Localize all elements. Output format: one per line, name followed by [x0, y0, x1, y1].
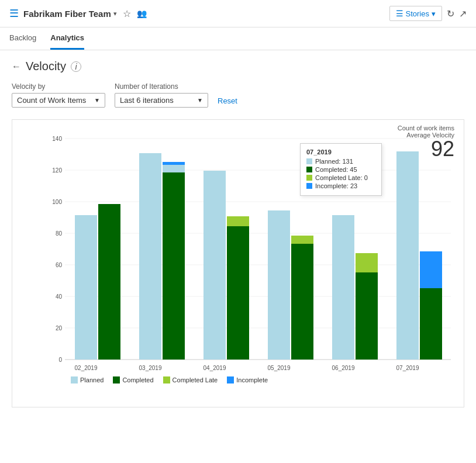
tooltip-row-incomplete: Incomplete: 23 — [306, 182, 375, 189]
bar-04-completed-late — [227, 216, 249, 226]
bar-05-planned — [268, 210, 290, 360]
stories-chevron-icon: ▾ — [432, 9, 436, 18]
svg-text:05_2019: 05_2019 — [268, 365, 291, 371]
tab-backlog[interactable]: Backlog — [9, 27, 36, 50]
iterations-label: Number of Iterations — [115, 82, 208, 91]
legend-completed-swatch — [113, 376, 120, 383]
legend-incomplete-label: Incomplete — [236, 376, 268, 383]
legend-completed-late-label: Completed Late — [173, 376, 218, 383]
tab-analytics[interactable]: Analytics — [50, 27, 84, 50]
bar-06-planned — [332, 215, 354, 360]
stories-button[interactable]: ☰ Stories ▾ — [389, 6, 442, 21]
legend-incomplete-swatch — [227, 376, 234, 383]
iterations-value: Last 6 iterations — [120, 96, 174, 105]
bar-07-incomplete — [420, 251, 442, 288]
svg-text:60: 60 — [56, 262, 63, 268]
bar-07-planned — [396, 151, 419, 360]
page-content: ← Velocity i Velocity by Count of Work I… — [0, 50, 476, 417]
refresh-button[interactable]: ↻ — [447, 8, 454, 19]
iterations-chevron-icon: ▼ — [197, 97, 203, 103]
tooltip-row-completed-late: Completed Late: 0 — [306, 174, 375, 181]
bar-02-planned — [75, 215, 97, 360]
iterations-filter: Number of Iterations Last 6 iterations ▼ — [115, 82, 208, 108]
star-icon[interactable]: ☆ — [123, 8, 131, 19]
svg-text:06_2019: 06_2019 — [332, 365, 355, 371]
bar-06-completed-late — [356, 253, 378, 272]
stories-label: Stories — [406, 9, 429, 18]
planned-swatch — [306, 158, 312, 164]
title-row: ← Velocity i — [12, 60, 464, 73]
bar-03-incomplete — [163, 162, 185, 165]
svg-text:0: 0 — [58, 357, 62, 363]
count-label: Count of work items — [398, 125, 454, 132]
svg-text:03_2019: 03_2019 — [139, 365, 162, 371]
expand-button[interactable]: ↗ — [459, 8, 467, 19]
chart-svg: 0 20 40 60 80 100 120 140 — [42, 126, 458, 373]
legend-planned: Planned — [71, 376, 104, 383]
bar-07-completed — [420, 288, 442, 360]
velocity-by-label: Velocity by — [12, 82, 105, 91]
header-right: ☰ Stories ▾ ↻ ↗ — [389, 6, 467, 21]
tooltip-row-planned: Planned: 131 — [306, 158, 375, 165]
team-name: Fabrikam Fiber Team — [23, 9, 111, 19]
back-button[interactable]: ← — [12, 61, 21, 72]
header-actions: ☆ 👥 — [123, 8, 147, 19]
app-icon: ☰ — [9, 7, 19, 20]
tooltip-title: 07_2019 — [306, 148, 375, 156]
bar-03-completed — [163, 172, 185, 360]
help-icon[interactable]: i — [71, 61, 81, 72]
bar-03-planned — [139, 153, 161, 360]
bar-06-completed — [356, 272, 378, 360]
svg-text:140: 140 — [52, 136, 62, 142]
legend-incomplete: Incomplete — [227, 376, 268, 383]
legend-planned-label: Planned — [80, 376, 104, 383]
bar-03-planned-top — [163, 165, 185, 172]
iterations-select[interactable]: Last 6 iterations ▼ — [115, 93, 208, 108]
velocity-by-filter: Velocity by Count of Work Items ▼ — [12, 82, 105, 108]
legend-completed-late-swatch — [163, 376, 170, 383]
svg-text:40: 40 — [56, 293, 63, 300]
tooltip-incomplete-label: Incomplete: 23 — [315, 182, 357, 189]
velocity-value: 92 — [398, 139, 454, 160]
velocity-by-select[interactable]: Count of Work Items ▼ — [12, 93, 105, 108]
legend-planned-swatch — [71, 376, 78, 383]
bar-05-completed-late — [291, 236, 313, 244]
legend-completed: Completed — [113, 376, 153, 383]
velocity-by-chevron-icon: ▼ — [94, 97, 100, 103]
reset-button[interactable]: Reset — [218, 94, 237, 108]
bar-02-completed — [98, 204, 120, 360]
stories-icon: ☰ — [396, 9, 403, 18]
bar-04-planned — [203, 171, 226, 360]
svg-text:100: 100 — [52, 199, 62, 205]
legend: Planned Completed Completed Late Incompl… — [42, 376, 458, 383]
tooltip-row-completed: Completed: 45 — [306, 166, 375, 173]
svg-text:120: 120 — [52, 167, 62, 174]
bar-05-completed — [291, 244, 313, 360]
legend-completed-late: Completed Late — [163, 376, 218, 383]
bar-04-completed — [227, 226, 249, 360]
header: ☰ Fabrikam Fiber Team ▾ ☆ 👥 ☰ Stories ▾ … — [0, 0, 476, 27]
people-icon[interactable]: 👥 — [137, 9, 147, 18]
svg-text:80: 80 — [56, 230, 63, 237]
legend-completed-label: Completed — [122, 376, 153, 383]
filters-row: Velocity by Count of Work Items ▼ Number… — [12, 82, 464, 108]
completed-late-swatch — [306, 175, 312, 181]
chart-container: Count of work items Average Velocity 92 … — [12, 119, 464, 407]
velocity-summary: Count of work items Average Velocity 92 — [398, 125, 454, 160]
incomplete-swatch — [306, 183, 312, 189]
tooltip: 07_2019 Planned: 131 Completed: 45 Compl… — [300, 143, 382, 196]
team-chevron-icon[interactable]: ▾ — [113, 10, 117, 18]
svg-text:20: 20 — [56, 325, 63, 331]
svg-text:07_2019: 07_2019 — [396, 365, 419, 371]
tooltip-planned-label: Planned: 131 — [315, 158, 353, 165]
completed-swatch — [306, 167, 312, 172]
svg-text:02_2019: 02_2019 — [75, 365, 98, 371]
nav-tabs: Backlog Analytics — [0, 27, 476, 50]
svg-text:04_2019: 04_2019 — [203, 365, 226, 371]
tooltip-completed-label: Completed: 45 — [315, 166, 357, 173]
tooltip-completed-late-label: Completed Late: 0 — [315, 174, 368, 181]
velocity-by-value: Count of Work Items — [17, 96, 86, 105]
page-title: Velocity — [26, 60, 66, 73]
